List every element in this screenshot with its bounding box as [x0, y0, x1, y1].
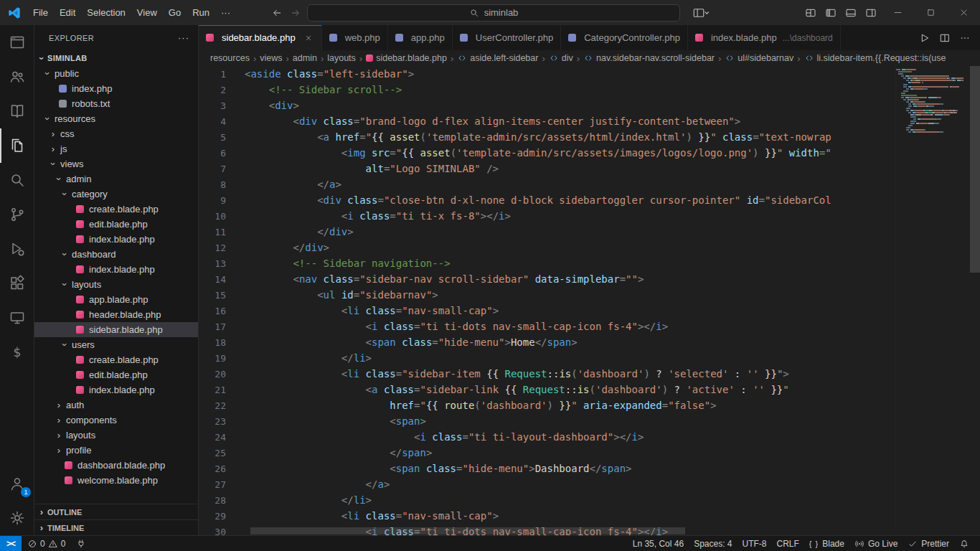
window-close-button[interactable]: [947, 0, 980, 25]
tab-CategoryController.php[interactable]: CategoryController.php: [561, 25, 688, 50]
breadcrumb-item[interactable]: ul#sidebarnav: [725, 53, 793, 63]
project-section-header[interactable]: › SIMINLAB: [34, 50, 198, 66]
code-line[interactable]: 25 </span>: [199, 445, 980, 461]
tree-item-robots.txt[interactable]: robots.txt: [34, 96, 198, 111]
activity-run-debug[interactable]: [0, 232, 34, 266]
status-prettier[interactable]: Prettier: [903, 536, 954, 551]
tree-item-users[interactable]: ›users: [34, 337, 198, 352]
code-line[interactable]: 22 href="{{ route('dashboard') }}" aria-…: [199, 397, 980, 413]
tree-item-layouts[interactable]: ›layouts: [34, 428, 198, 443]
tree-item-category[interactable]: ›category: [34, 187, 198, 202]
window-minimize-button[interactable]: [881, 0, 914, 25]
toggle-panel-icon[interactable]: [841, 3, 861, 23]
code-line[interactable]: 11 </div>: [199, 224, 980, 240]
vertical-scrollbar[interactable]: [970, 66, 980, 535]
code-line[interactable]: 21 <a class="sidebar-link {{ Request::is…: [199, 382, 980, 397]
breadcrumb-item[interactable]: resources: [210, 53, 250, 63]
tree-item-index.blade.php[interactable]: index.blade.php: [34, 232, 198, 247]
activity-remote[interactable]: [0, 301, 34, 335]
code-line[interactable]: 8 </a>: [199, 176, 980, 192]
breadcrumb-item[interactable]: div: [549, 53, 573, 63]
code-line[interactable]: 14 <nav class="sidebar-nav scroll-sideba…: [199, 271, 980, 287]
code-line[interactable]: 26 <span class="hide-menu">Dashboard</sp…: [199, 461, 980, 476]
code-line[interactable]: 16 <li class="nav-small-cap">: [199, 303, 980, 319]
code-line[interactable]: 27 </a>: [199, 476, 980, 492]
activity-accounts[interactable]: [0, 60, 34, 94]
status-encoding[interactable]: UTF-8: [738, 536, 772, 551]
code-line[interactable]: 28 </li>: [199, 492, 980, 508]
menu-more[interactable]: ···: [215, 4, 236, 22]
tree-item-admin[interactable]: ›admin: [34, 171, 198, 187]
code-line[interactable]: 20 <li class="sidebar-item {{ Request::i…: [199, 366, 980, 382]
code-line[interactable]: 12 </div>: [199, 240, 980, 255]
tree-item-index.blade.php[interactable]: index.blade.php: [34, 382, 198, 397]
breadcrumb-item[interactable]: nav.sidebar-nav.scroll-sidebar: [583, 53, 715, 63]
activity-extensions[interactable]: [0, 266, 34, 301]
customize-layout-icon[interactable]: [801, 3, 821, 23]
code-line[interactable]: 4 <div class="brand-logo d-flex align-it…: [199, 113, 980, 129]
status-go-live[interactable]: Go Live: [849, 536, 903, 551]
code-line[interactable]: 24 <i class="ti ti-layout-dashboard"></i…: [199, 429, 980, 445]
menu-edit[interactable]: Edit: [54, 4, 81, 22]
activity-window[interactable]: [0, 25, 34, 60]
run-button-icon[interactable]: [917, 30, 933, 46]
tree-item-views[interactable]: ›views: [34, 156, 198, 171]
tab-UserController.php[interactable]: UserController.php: [453, 25, 561, 50]
tree-item-resources[interactable]: ›resources: [34, 111, 198, 126]
tree-item-create.blade.php[interactable]: create.blade.php: [34, 352, 198, 367]
code-line[interactable]: 10 <i class="ti ti-x fs-8"></i>: [199, 208, 980, 224]
horizontal-scrollbar[interactable]: [199, 527, 895, 535]
timeline-section[interactable]: › TIMELINE: [34, 519, 198, 535]
activity-dollar[interactable]: $: [0, 335, 34, 369]
menu-view[interactable]: View: [131, 4, 163, 22]
tree-item-index.blade.php[interactable]: index.blade.php: [34, 262, 198, 277]
editor-more-icon[interactable]: [957, 30, 973, 46]
activity-search[interactable]: [0, 163, 34, 197]
tree-item-header.blade.php[interactable]: header.blade.php: [34, 307, 198, 322]
tree-item-js[interactable]: ›js: [34, 141, 198, 156]
explorer-more-icon[interactable]: ···: [178, 32, 189, 43]
tree-item-sidebar.blade.php[interactable]: sidebar.blade.php: [34, 322, 198, 337]
tree-item-profile[interactable]: ›profile: [34, 443, 198, 458]
layout-dropdown-icon[interactable]: [692, 6, 710, 19]
breadcrumb-item[interactable]: li.sidebar-item.{{.Request::is(use: [804, 53, 946, 63]
code-line[interactable]: 19 </li>: [199, 350, 980, 366]
code-line[interactable]: 5 <a href="{{ asset('template-admin/src/…: [199, 129, 980, 145]
code-line[interactable]: 1<aside class="left-sidebar">: [199, 66, 980, 82]
command-center-search[interactable]: siminlab: [307, 4, 680, 22]
tree-item-dashboard[interactable]: ›dashboard: [34, 247, 198, 262]
activity-account[interactable]: 1: [0, 466, 34, 501]
outline-section[interactable]: › OUTLINE: [34, 504, 198, 519]
history-forward-icon[interactable]: [288, 6, 303, 20]
tree-item-dashboard.blade.php[interactable]: dashboard.blade.php: [34, 458, 198, 473]
tab-index.blade.php[interactable]: index.blade.php ...\dashboard: [688, 25, 841, 50]
tree-item-components[interactable]: ›components: [34, 413, 198, 428]
scrollbar-thumb[interactable]: [250, 527, 685, 534]
code-line[interactable]: 7 alt="Logo SIMINLAB" />: [199, 161, 980, 176]
tree-item-auth[interactable]: ›auth: [34, 397, 198, 413]
code-line[interactable]: 15 <ul id="sidebarnav">: [199, 287, 980, 303]
status-language-mode[interactable]: { } Blade: [804, 536, 849, 551]
code-line[interactable]: 23 <span>: [199, 413, 980, 429]
tree-item-layouts[interactable]: ›layouts: [34, 277, 198, 292]
minimap[interactable]: [895, 66, 970, 527]
menu-selection[interactable]: Selection: [81, 4, 131, 22]
status-indentation[interactable]: Spaces: 4: [689, 536, 737, 551]
code-line[interactable]: 29 <li class="nav-small-cap">: [199, 508, 980, 524]
breadcrumb-item[interactable]: layouts: [327, 53, 356, 63]
menu-go[interactable]: Go: [163, 4, 187, 22]
tab-app.php[interactable]: app.php: [388, 25, 453, 50]
tree-item-edit.blade.php[interactable]: edit.blade.php: [34, 367, 198, 382]
status-ports[interactable]: [71, 536, 91, 551]
close-icon[interactable]: [303, 32, 314, 44]
status-eol[interactable]: CRLF: [772, 536, 804, 551]
code-line[interactable]: 17 <i class="ti ti-dots nav-small-cap-ic…: [199, 319, 980, 334]
tree-item-public[interactable]: ›public: [34, 66, 198, 81]
status-cursor-position[interactable]: Ln 35, Col 46: [628, 536, 689, 551]
menu-run[interactable]: Run: [187, 4, 215, 22]
code-line[interactable]: 9 <div class="close-btn d-xl-none d-bloc…: [199, 192, 980, 208]
code-line[interactable]: 6 <img src="{{ asset('template-admin/src…: [199, 145, 980, 161]
code-line[interactable]: 2 <!-- Sidebar scroll-->: [199, 82, 980, 98]
breadcrumb-item[interactable]: sidebar.blade.php: [366, 53, 447, 63]
status-notifications[interactable]: [954, 536, 974, 551]
